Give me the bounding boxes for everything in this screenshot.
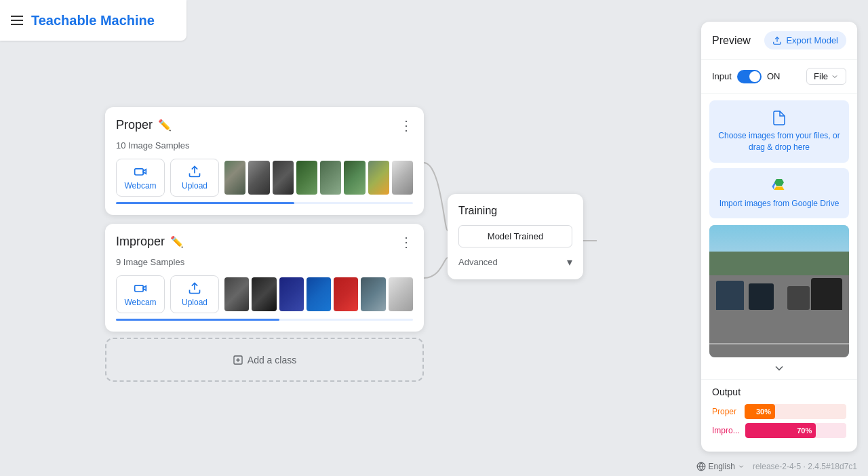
hamburger-menu[interactable] (11, 16, 23, 25)
thumb-proper-3 (273, 161, 294, 195)
samples-area-improper: Webcam Upload (116, 275, 413, 313)
webcam-icon-improper (134, 281, 147, 295)
progress-bar-improper (116, 319, 413, 321)
advanced-row[interactable]: Advanced ▾ (458, 256, 572, 269)
output-row-improper: Impro... 70% (712, 423, 846, 438)
preview-title: Preview (712, 35, 751, 47)
class-card-improper: Improper ✏️ ⋮ 9 Image Samples Webcam Upl… (105, 224, 424, 332)
edit-class-improper-icon[interactable]: ✏️ (170, 235, 184, 248)
add-class-icon (233, 355, 243, 365)
file-upload-area[interactable]: Choose images from your files, or drag &… (709, 100, 849, 163)
on-label: ON (767, 71, 781, 81)
model-trained-button[interactable]: Model Trained (458, 225, 572, 247)
class-name-proper: Proper (116, 118, 153, 132)
thumb-proper-7 (368, 161, 389, 195)
thumb-proper-6 (344, 161, 365, 195)
upload-button-improper[interactable]: Upload (170, 275, 219, 313)
sample-thumbs-proper (224, 161, 413, 195)
header: Teachable Machine (0, 0, 186, 41)
thumb-improper-7 (389, 277, 413, 311)
class-title-area-proper: Proper ✏️ (116, 118, 172, 132)
right-panel: Preview Export Model Input ON File (701, 22, 857, 452)
thumb-improper-2 (252, 277, 276, 311)
upload-icon-improper (188, 281, 201, 295)
output-pct-improper: 70% (797, 427, 812, 435)
input-row: Input ON File (701, 60, 857, 94)
thumb-improper-4 (307, 277, 331, 311)
thumb-improper-5 (334, 277, 358, 311)
training-title: Training (458, 205, 572, 217)
output-title: Output (712, 386, 846, 397)
thumb-improper-6 (361, 277, 385, 311)
upload-button-proper[interactable]: Upload (170, 159, 219, 197)
upload-icon-proper (188, 165, 201, 178)
more-options-proper-icon[interactable]: ⋮ (399, 119, 413, 132)
svg-rect-0 (135, 169, 144, 175)
thumb-proper-1 (224, 161, 245, 195)
file-select-chevron-icon (831, 73, 839, 81)
output-bar-improper: 70% (745, 423, 816, 438)
progress-fill-improper (116, 319, 279, 321)
training-box: Training Model Trained Advanced ▾ (448, 194, 583, 279)
input-label: Input (712, 71, 732, 81)
language-select[interactable]: English (696, 462, 745, 471)
preview-image-area (709, 225, 849, 357)
class-card-proper: Proper ✏️ ⋮ 10 Image Samples Webcam Uplo… (105, 107, 424, 215)
gdrive-text: Import images from Google Drive (719, 198, 840, 210)
language-chevron-icon (738, 463, 745, 470)
thumb-improper-1 (224, 277, 249, 311)
progress-bar-proper (116, 202, 413, 204)
class-header-proper: Proper ✏️ ⋮ (116, 118, 413, 132)
webcam-button-improper[interactable]: Webcam (116, 275, 165, 313)
sample-count-improper: 9 Image Samples (116, 257, 413, 267)
samples-area-proper: Webcam Upload (116, 159, 413, 197)
thumb-proper-2 (248, 161, 269, 195)
footer: English release-2-4-5 · 2.4.5#18d7c1 (271, 457, 868, 476)
file-upload-text: Choose images from your files, or drag &… (716, 130, 842, 153)
sample-thumbs-improper (224, 277, 413, 311)
file-upload-icon (771, 110, 787, 126)
output-label-proper: Proper (712, 407, 739, 416)
advanced-label: Advanced (458, 257, 498, 267)
gdrive-area[interactable]: Import images from Google Drive (709, 168, 849, 219)
app-title: Teachable Machine (31, 13, 155, 28)
google-drive-icon (771, 178, 787, 194)
output-bar-proper: 30% (745, 404, 775, 419)
sample-count-proper: 10 Image Samples (116, 140, 413, 151)
export-icon (772, 36, 782, 45)
output-bar-container-improper: 70% (745, 423, 846, 438)
class-name-improper: Improper (116, 235, 165, 249)
version-text: release-2-4-5 · 2.4.5#18d7c1 (753, 462, 857, 471)
scroll-down-icon (701, 357, 857, 379)
progress-fill-proper (116, 202, 294, 204)
more-options-improper-icon[interactable]: ⋮ (399, 235, 413, 249)
webcam-icon-proper (134, 165, 147, 178)
svg-rect-3 (135, 285, 144, 292)
advanced-chevron-icon: ▾ (567, 256, 572, 269)
edit-class-proper-icon[interactable]: ✏️ (158, 119, 172, 132)
output-row-proper: Proper 30% (712, 404, 846, 419)
webcam-button-proper[interactable]: Webcam (116, 159, 165, 197)
thumb-proper-8 (392, 161, 413, 195)
thumb-proper-4 (296, 161, 317, 195)
globe-icon (696, 462, 706, 471)
class-header-improper: Improper ✏️ ⋮ (116, 235, 413, 249)
output-section: Output Proper 30% Impro... 70% (701, 379, 857, 452)
file-select-dropdown[interactable]: File (806, 68, 846, 85)
input-toggle[interactable] (737, 70, 762, 83)
output-bar-container-proper: 30% (745, 404, 846, 419)
thumb-improper-3 (279, 277, 304, 311)
export-model-button[interactable]: Export Model (764, 31, 846, 49)
thumb-proper-5 (320, 161, 341, 195)
output-pct-proper: 30% (756, 408, 771, 416)
add-class-card[interactable]: Add a class (105, 338, 424, 382)
panel-header: Preview Export Model (701, 22, 857, 60)
add-class-label: Add a class (233, 355, 296, 365)
class-title-area-improper: Improper ✏️ (116, 235, 184, 249)
toggle-knob (749, 71, 760, 82)
output-label-improper: Impro... (712, 426, 740, 435)
